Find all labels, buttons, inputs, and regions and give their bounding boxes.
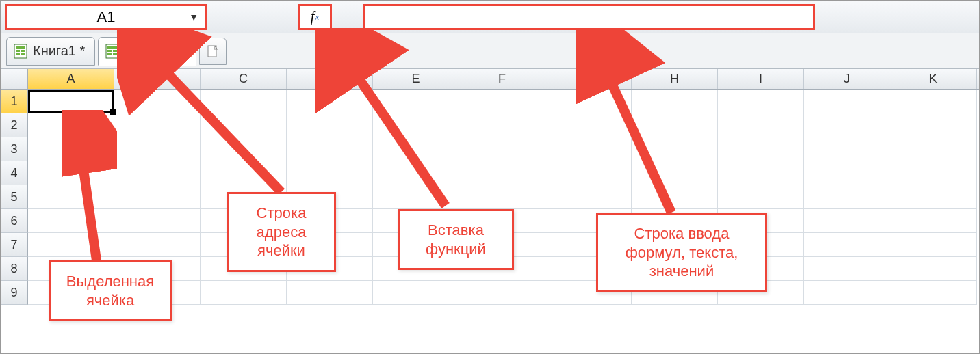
cell[interactable] (459, 113, 545, 137)
cell[interactable] (545, 185, 632, 209)
column-header-C[interactable]: C (201, 69, 287, 89)
row-header-8[interactable]: 8 (1, 257, 28, 281)
cell[interactable] (632, 161, 718, 185)
row-header-3[interactable]: 3 (1, 137, 28, 161)
cell[interactable] (201, 281, 287, 305)
cell[interactable] (459, 90, 545, 113)
cell[interactable] (287, 161, 373, 185)
cell[interactable] (632, 90, 718, 113)
new-workbook-button[interactable] (199, 38, 227, 65)
row-header-1[interactable]: 1 (1, 90, 28, 113)
cell[interactable] (545, 90, 632, 113)
cell[interactable] (632, 113, 718, 137)
column-header-J[interactable]: J (804, 69, 890, 89)
column-header-D[interactable]: D (287, 69, 373, 89)
svg-rect-8 (107, 50, 112, 52)
cell[interactable] (804, 233, 890, 257)
cell[interactable] (28, 137, 114, 161)
cell[interactable] (804, 90, 890, 113)
workbook-tab-2[interactable]: Книга2 ✕ (98, 37, 196, 66)
insert-function-button[interactable]: fx (298, 4, 332, 30)
cell[interactable] (890, 113, 977, 137)
cell[interactable] (28, 161, 114, 185)
row-header-5[interactable]: 5 (1, 185, 28, 209)
cell[interactable] (718, 137, 804, 161)
cell[interactable] (804, 185, 890, 209)
cell[interactable] (804, 161, 890, 185)
column-header-G[interactable]: G (545, 69, 632, 89)
cell[interactable] (890, 185, 977, 209)
cell[interactable] (28, 185, 114, 209)
column-header-K[interactable]: K (890, 69, 977, 89)
column-header-F[interactable]: F (459, 69, 545, 89)
row-header-4[interactable]: 4 (1, 161, 28, 185)
cell[interactable] (373, 281, 459, 305)
cell[interactable] (804, 281, 890, 305)
cell[interactable] (890, 257, 977, 281)
cell[interactable] (718, 161, 804, 185)
cell[interactable] (201, 90, 287, 113)
cell[interactable] (890, 233, 977, 257)
cell[interactable] (890, 161, 977, 185)
chevron-down-icon[interactable]: ▼ (189, 12, 198, 23)
row-header-9[interactable]: 9 (1, 281, 28, 305)
cell[interactable] (201, 113, 287, 137)
cell[interactable] (718, 185, 804, 209)
cell[interactable] (373, 137, 459, 161)
cell[interactable] (890, 281, 977, 305)
cell[interactable] (632, 137, 718, 161)
select-all-corner[interactable] (1, 69, 28, 89)
cell[interactable] (632, 185, 718, 209)
cell[interactable] (459, 281, 545, 305)
cell[interactable] (114, 209, 201, 233)
column-header-H[interactable]: H (632, 69, 718, 89)
cell[interactable] (804, 209, 890, 233)
cell[interactable] (28, 209, 114, 233)
cell[interactable] (287, 90, 373, 113)
cell-A1[interactable] (28, 90, 114, 113)
cell[interactable] (373, 90, 459, 113)
cell[interactable] (545, 137, 632, 161)
cell[interactable] (804, 113, 890, 137)
cell[interactable] (718, 90, 804, 113)
column-header-E[interactable]: E (373, 69, 459, 89)
column-header-B[interactable]: B (114, 69, 201, 89)
cell[interactable] (459, 185, 545, 209)
cell[interactable] (287, 281, 373, 305)
cell[interactable] (201, 161, 287, 185)
name-box[interactable]: A1 ▼ (5, 4, 207, 30)
cell[interactable] (114, 137, 201, 161)
column-header-I[interactable]: I (718, 69, 804, 89)
cell[interactable] (459, 137, 545, 161)
close-icon[interactable]: ✕ (177, 44, 186, 57)
cell[interactable] (287, 113, 373, 137)
row-header-7[interactable]: 7 (1, 233, 28, 257)
cell[interactable] (718, 113, 804, 137)
cell[interactable] (373, 161, 459, 185)
cell[interactable] (201, 137, 287, 161)
cell[interactable] (28, 233, 114, 257)
cell[interactable] (890, 90, 977, 113)
cell[interactable] (545, 113, 632, 137)
cell[interactable] (114, 161, 201, 185)
cell[interactable] (28, 113, 114, 137)
cell[interactable] (804, 137, 890, 161)
cell[interactable] (373, 113, 459, 137)
row-header-2[interactable]: 2 (1, 113, 28, 137)
cell[interactable] (114, 90, 201, 113)
cell[interactable] (114, 185, 201, 209)
cell[interactable] (890, 137, 977, 161)
cell[interactable] (545, 161, 632, 185)
svg-rect-4 (16, 53, 20, 55)
workbook-tab-1[interactable]: Книга1 * (6, 37, 95, 66)
cell[interactable] (890, 209, 977, 233)
formula-input[interactable] (363, 4, 815, 30)
cell[interactable] (804, 257, 890, 281)
cell[interactable] (114, 113, 201, 137)
cell[interactable] (459, 161, 545, 185)
cell[interactable] (287, 137, 373, 161)
row-header-6[interactable]: 6 (1, 209, 28, 233)
cell[interactable] (114, 233, 201, 257)
column-header-A[interactable]: A (28, 69, 114, 89)
cell[interactable] (373, 185, 459, 209)
